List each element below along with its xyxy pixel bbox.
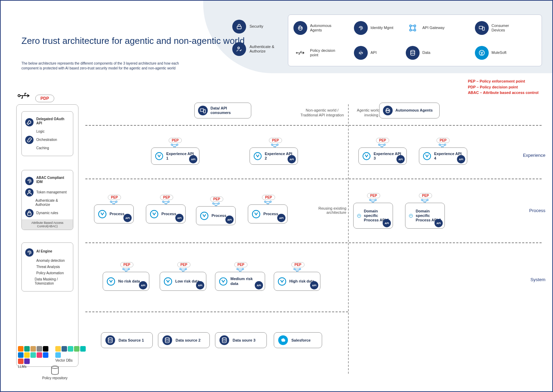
svg-point-5 — [410, 25, 411, 27]
lock-icon — [232, 20, 246, 34]
api-gear-icon: API — [287, 155, 296, 164]
pep-tag: PEP — [120, 262, 133, 267]
svg-point-69 — [252, 210, 260, 218]
api-gear-icon: API — [434, 219, 443, 228]
svg-text:API: API — [399, 158, 403, 161]
gateway-icon — [406, 21, 420, 35]
svg-point-16 — [29, 190, 30, 192]
node-highrisk: High risk data API — [274, 272, 320, 291]
layer-process: Process — [529, 208, 545, 213]
svg-rect-0 — [237, 26, 241, 29]
vectordb-brands: Vector DBs — [55, 346, 88, 362]
api-gear-icon: API — [189, 155, 198, 164]
mulesoft-icon — [409, 211, 413, 220]
svg-point-7 — [410, 29, 411, 31]
page-title: Zero trust architecture for agentic and … — [21, 35, 245, 47]
svg-point-33 — [254, 153, 261, 160]
svg-point-109 — [165, 338, 169, 340]
card-idm: ABAC Compliant IDM Token management Auth… — [21, 170, 73, 230]
node-process: Process API — [196, 206, 236, 225]
pep-tag: PEP — [108, 195, 121, 200]
robot-icon — [293, 21, 307, 35]
svg-point-57 — [150, 210, 158, 218]
svg-text:API: API — [227, 218, 232, 221]
lock-icon — [25, 209, 34, 217]
mulesoft-icon — [423, 152, 431, 161]
svg-point-51 — [99, 210, 106, 218]
mulesoft-icon — [219, 277, 228, 286]
svg-text:API: API — [191, 158, 196, 161]
node-ds3: Data soure 3 — [215, 332, 267, 348]
mulesoft-icon — [200, 211, 209, 220]
card-oauth: Delegated OAuth API Logic Orchestration … — [21, 111, 73, 156]
salesforce-icon — [278, 335, 288, 345]
layer-system: System — [531, 277, 545, 282]
node-lowrisk: Low risk data API — [160, 272, 206, 291]
database-icon — [219, 335, 229, 345]
node-norisk: No risk data API — [103, 272, 149, 291]
svg-point-24 — [171, 144, 172, 145]
svg-point-39 — [363, 153, 370, 160]
svg-point-108 — [108, 338, 112, 340]
pep-tag: PEP — [210, 197, 223, 202]
pep-tag: PEP — [269, 138, 282, 143]
api-gear-icon: API — [225, 215, 234, 224]
api-gear-icon: API — [196, 281, 205, 290]
page-subtitle: The below architecture represents the di… — [21, 61, 194, 71]
fingerprint-icon — [25, 248, 34, 257]
api-gear-icon: API — [175, 213, 184, 222]
svg-point-105 — [278, 278, 286, 285]
svg-point-13 — [411, 50, 415, 52]
header-label: Authenticate & Authorize — [250, 45, 277, 54]
svg-point-87 — [107, 278, 115, 285]
pep-tag: PEP — [160, 195, 173, 200]
api-gear-icon: API — [396, 155, 405, 164]
svg-point-110 — [222, 338, 226, 340]
api-gear-icon: API — [277, 213, 286, 222]
devices-icon — [475, 21, 489, 35]
node-agents: Autonomous Agents — [379, 103, 440, 118]
svg-text:API: API — [125, 217, 130, 220]
mulesoft-icon — [252, 210, 261, 219]
devices-icon — [198, 106, 208, 115]
api-gear-icon: API — [382, 219, 391, 228]
legend-idm: Identity Mgmt — [354, 21, 393, 35]
annotation-reuse: Reusing existing architecture — [312, 206, 346, 214]
mulesoft-icon — [98, 210, 107, 219]
node-salesforce: Salesforce — [274, 332, 322, 348]
legend: Autonomous Agents Identity Mgmt API Gate… — [288, 15, 542, 66]
legend-autonomous-agents: Autonomous Agents — [293, 21, 338, 35]
fingerprint-icon — [354, 21, 368, 35]
fingerprint-icon — [25, 177, 34, 185]
user-icon — [25, 188, 34, 197]
wrench-icon — [25, 118, 34, 126]
node-medrisk: Medium risk data API — [215, 272, 265, 291]
header-item-security: Security — [232, 20, 263, 34]
svg-point-11 — [296, 52, 297, 54]
pdp-tag: PDP — [35, 95, 54, 102]
legend-devices: Consumer Devices — [475, 21, 519, 35]
pep-tag: PEP — [262, 195, 275, 200]
node-process: Process API — [94, 204, 134, 223]
svg-point-23 — [388, 110, 389, 111]
svg-text:API: API — [141, 284, 146, 287]
pep-tag: PEP — [291, 262, 304, 267]
robot-icon — [383, 106, 393, 115]
svg-point-6 — [414, 25, 416, 27]
svg-text:API: API — [437, 222, 441, 225]
node-consumers: Data/ API consumers — [194, 103, 251, 118]
header-label: Security — [250, 24, 263, 29]
svg-text:API: API — [279, 217, 284, 220]
database-icon — [105, 335, 115, 345]
policy-repository: Policy repository — [42, 365, 67, 380]
svg-point-63 — [200, 212, 208, 220]
node-dproc1: Domain specific Process API 1 API — [353, 203, 393, 229]
layer-line — [85, 242, 542, 243]
svg-point-4 — [301, 28, 302, 29]
mulesoft-icon — [155, 152, 163, 161]
api-gear-icon: API — [254, 281, 263, 290]
node-exp4: Experience API 4 API — [419, 147, 467, 165]
node-exp1: Experience API 1 API — [151, 147, 199, 165]
pep-tag: PEP — [419, 193, 432, 198]
database-icon — [162, 335, 172, 345]
